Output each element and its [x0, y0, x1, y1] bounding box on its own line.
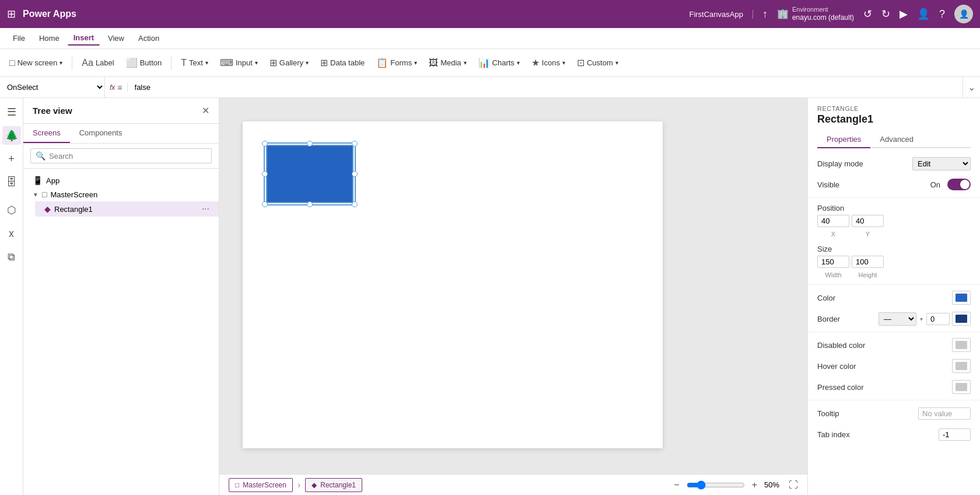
data-table-button[interactable]: ⊞ Data table [316, 55, 369, 71]
hamburger-icon[interactable]: ☰ [2, 103, 21, 121]
components-icon[interactable]: ⧉ [2, 248, 21, 266]
menu-insert[interactable]: Insert [68, 31, 100, 46]
display-mode-select[interactable]: Edit View Disabled [912, 157, 971, 170]
rp-type-label: RECTANGLE [817, 105, 971, 112]
prop-pressed-color: Pressed color [808, 377, 980, 398]
input-button[interactable]: ⌨ Input ▾ [215, 55, 262, 71]
position-y-input[interactable] [852, 215, 884, 227]
gallery-button[interactable]: ⊞ Gallery ▾ [265, 55, 313, 71]
border-style-select[interactable]: — - - ··· [878, 312, 916, 326]
add-icon[interactable]: + [2, 149, 21, 168]
rectangle1-element[interactable] [266, 145, 354, 203]
tab-index-value [939, 428, 971, 441]
tab-index-input[interactable] [939, 428, 971, 441]
hover-color-value [952, 359, 971, 373]
account-icon[interactable]: 👤 [917, 8, 930, 20]
tree-item-masterscreen[interactable]: ▼ □ MasterScreen [23, 187, 219, 201]
y-label: Y [852, 231, 884, 238]
tree-item-app[interactable]: 📱 App [23, 173, 219, 187]
prop-hover-color: Hover color [808, 355, 980, 377]
zoom-out-button[interactable]: − [671, 480, 681, 490]
menu-bar: File Home Insert View Action [0, 28, 980, 49]
env-label: Environment [792, 6, 854, 13]
screen-tab-label: MasterScreen [243, 481, 286, 489]
media-caret: ▾ [464, 60, 467, 66]
tree-children-masterscreen: ◆ Rectangle1 ··· [23, 201, 219, 217]
formula-expand-button[interactable]: ⌄ [963, 77, 980, 97]
rect-tab-icon: ◆ [312, 481, 317, 489]
new-screen-button[interactable]: □ New screen ▾ [5, 55, 67, 71]
zoom-controls: − + 50% ⛶ [671, 480, 798, 490]
screen-tab-rectangle1[interactable]: ◆ Rectangle1 [305, 478, 362, 492]
menu-action[interactable]: Action [132, 32, 165, 45]
more-options-icon[interactable]: ··· [202, 204, 209, 214]
media-button[interactable]: 🖼 Media ▾ [424, 55, 471, 71]
screen-tab-masterscreen[interactable]: □ MasterScreen [229, 478, 293, 492]
rp-tab-advanced[interactable]: Advanced [870, 131, 923, 148]
zoom-slider[interactable] [687, 480, 745, 490]
display-mode-value: Edit View Disabled [912, 157, 971, 170]
pressed-color-button[interactable] [952, 380, 971, 394]
label-button[interactable]: Aa Label [77, 55, 118, 71]
play-icon[interactable]: ▶ [900, 8, 908, 20]
size-width-input[interactable] [817, 256, 849, 268]
hover-color-label: Hover color [817, 362, 952, 371]
prop-divider-3 [808, 332, 980, 332]
position-x-input[interactable] [817, 215, 849, 227]
tree-tab-components[interactable]: Components [70, 124, 132, 143]
charts-button[interactable]: 📊 Charts ▾ [474, 55, 524, 71]
variables-icon[interactable]: x [2, 224, 21, 243]
toolbar: □ New screen ▾ Aa Label ⬜ Button T Text … [0, 49, 980, 77]
help-icon[interactable]: ? [939, 8, 945, 20]
button-button[interactable]: ⬜ Button [121, 55, 167, 71]
forms-button[interactable]: 📋 Forms ▾ [372, 55, 422, 71]
search-box: 🔍 [30, 148, 212, 163]
rect-tab-label: Rectangle1 [320, 481, 356, 489]
redo-icon[interactable]: ↻ [881, 8, 890, 20]
data-table-icon: ⊞ [320, 57, 328, 68]
prop-border: Border — - - ··· ▾ [808, 308, 980, 329]
rp-tab-properties[interactable]: Properties [817, 131, 870, 148]
icons-button[interactable]: ★ Icons ▾ [527, 55, 570, 71]
formula-input[interactable] [128, 83, 963, 92]
tree-view-icon[interactable]: 🌲 [2, 126, 21, 145]
env-name: enayu.com (default) [792, 13, 854, 22]
charts-caret: ▾ [517, 60, 520, 66]
share-icon[interactable]: ↑ [762, 8, 768, 20]
tooltip-input[interactable] [918, 407, 971, 420]
fit-screen-icon[interactable]: ⛶ [789, 480, 798, 490]
border-width-input[interactable] [926, 313, 950, 325]
tree-tab-screens[interactable]: Screens [23, 124, 70, 143]
canvas-inner[interactable] [219, 98, 807, 474]
visible-toggle[interactable] [947, 179, 971, 190]
tree-close-button[interactable]: ✕ [202, 105, 209, 116]
property-select[interactable]: OnSelect OnVisible Fill [0, 77, 105, 97]
avatar[interactable]: 👤 [954, 5, 973, 23]
connect-icon[interactable]: ⬡ [2, 201, 21, 219]
canvas-surface[interactable] [243, 121, 663, 448]
menu-view[interactable]: View [102, 32, 130, 45]
tree-item-rectangle1[interactable]: ◆ Rectangle1 ··· [35, 201, 219, 217]
size-height-input[interactable] [852, 256, 884, 268]
color-picker-button[interactable] [952, 291, 971, 305]
height-label: Height [852, 271, 884, 278]
menu-file[interactable]: File [7, 32, 31, 45]
prop-position: Position X Y [808, 200, 980, 241]
menu-home[interactable]: Home [33, 32, 65, 45]
pressed-color-value [952, 380, 971, 394]
prop-display-mode: Display mode Edit View Disabled [808, 153, 980, 174]
tree-header: Tree view ✕ [23, 98, 219, 124]
disabled-color-button[interactable] [952, 338, 971, 352]
disabled-color-swatch [956, 341, 967, 349]
rp-name: Rectangle1 [817, 113, 971, 126]
search-input[interactable] [49, 152, 206, 161]
zoom-in-button[interactable]: + [750, 480, 760, 490]
custom-button[interactable]: ⊡ Custom ▾ [572, 55, 623, 71]
undo-icon[interactable]: ↺ [863, 8, 872, 20]
border-color-button[interactable] [952, 312, 971, 326]
hover-color-button[interactable] [952, 359, 971, 373]
text-button[interactable]: T Text ▾ [176, 55, 213, 71]
tree-search-area: 🔍 [23, 144, 219, 169]
grid-icon[interactable]: ⊞ [7, 8, 16, 20]
data-icon[interactable]: 🗄 [2, 173, 21, 191]
